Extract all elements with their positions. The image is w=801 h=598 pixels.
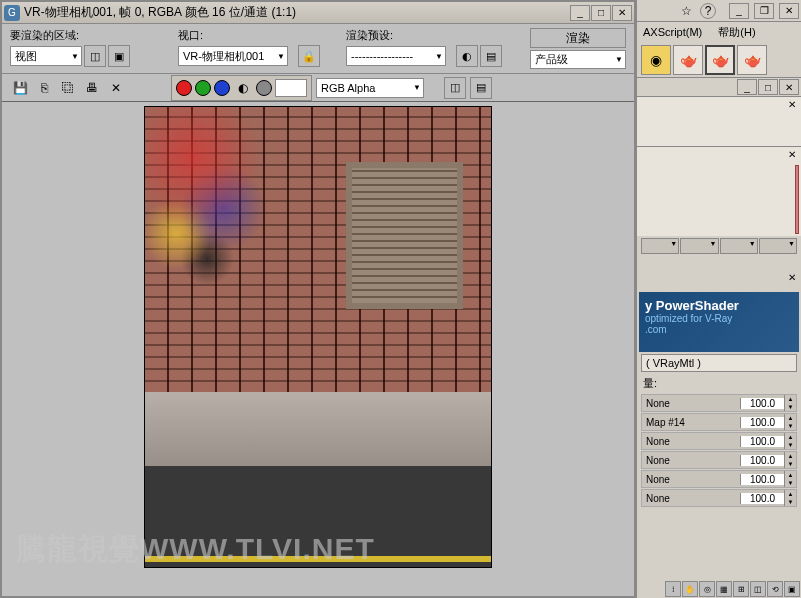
- app-icon: G: [4, 5, 20, 21]
- nav1-icon[interactable]: ◎: [699, 581, 715, 597]
- print-icon[interactable]: 🖶: [82, 78, 102, 98]
- preview-close-icon[interactable]: ✕: [785, 147, 799, 161]
- save-icon[interactable]: 💾: [10, 78, 30, 98]
- statusbar-icons: ⁞ ✋ ◎ ▦ ⊞ ◫ ⟲ ▣: [664, 580, 801, 598]
- shader-header-close-icon[interactable]: ✕: [785, 270, 799, 284]
- lock-icon[interactable]: 🔒: [298, 45, 320, 67]
- toggle-ui-icon[interactable]: ▤: [470, 77, 492, 99]
- nav2-icon[interactable]: ▦: [716, 581, 732, 597]
- map-name-1[interactable]: Map #14: [642, 417, 740, 428]
- menu-help[interactable]: 帮助(H): [718, 25, 755, 40]
- crop-icon[interactable]: ▣: [108, 45, 130, 67]
- panel-max-button[interactable]: □: [758, 79, 778, 95]
- material-name-field[interactable]: ( VRayMtl ): [641, 354, 797, 372]
- panel-close-button[interactable]: ✕: [779, 79, 799, 95]
- material-editor-panel: ☆ ? _ ❐ ✕ AXScript(M) 帮助(H) ◉ 🫖 🫖 🫖 _ □ …: [636, 0, 801, 598]
- map-name-0[interactable]: None: [642, 398, 740, 409]
- teapot2-icon[interactable]: 🫖: [705, 45, 735, 75]
- blue-channel-icon[interactable]: [214, 80, 230, 96]
- area-dropdown[interactable]: 视图: [10, 46, 82, 66]
- clear-icon[interactable]: ✕: [106, 78, 126, 98]
- menu-maxscript[interactable]: AXScript(M): [643, 26, 702, 38]
- spinner-2[interactable]: ▲▼: [784, 433, 796, 449]
- spinner-0[interactable]: ▲▼: [784, 395, 796, 411]
- map-name-4[interactable]: None: [642, 474, 740, 485]
- close-button[interactable]: ✕: [612, 5, 632, 21]
- mono-channel-icon[interactable]: [256, 80, 272, 96]
- map-val-0[interactable]: 100.0: [740, 398, 784, 409]
- mini-dropdown-2[interactable]: [680, 238, 718, 254]
- grip-icon[interactable]: ⁞: [665, 581, 681, 597]
- render-button[interactable]: 渲染: [530, 28, 626, 48]
- maximize-button[interactable]: □: [591, 5, 611, 21]
- panel-min-button[interactable]: _: [737, 79, 757, 95]
- quality-dropdown[interactable]: 产品级: [530, 50, 626, 69]
- help-icon[interactable]: ?: [700, 3, 716, 19]
- map-val-5[interactable]: 100.0: [740, 493, 784, 504]
- side-minimize-button[interactable]: _: [729, 3, 749, 19]
- toggle-overlay-icon[interactable]: ◫: [444, 77, 466, 99]
- teapot3-icon[interactable]: 🫖: [737, 45, 767, 75]
- preset-opt1-icon[interactable]: ◐: [456, 45, 478, 67]
- minimize-button[interactable]: _: [570, 5, 590, 21]
- map-row: None 100.0 ▲▼: [641, 489, 797, 507]
- side-restore-button[interactable]: ❐: [754, 3, 774, 19]
- scrollbar[interactable]: [795, 165, 799, 234]
- nav4-icon[interactable]: ◫: [750, 581, 766, 597]
- spinner-4[interactable]: ▲▼: [784, 471, 796, 487]
- clone-icon[interactable]: ⿻: [58, 78, 78, 98]
- road: [145, 466, 491, 567]
- spinner-3[interactable]: ▲▼: [784, 452, 796, 468]
- preset-dropdown[interactable]: -----------------: [346, 46, 446, 66]
- map-val-2[interactable]: 100.0: [740, 436, 784, 447]
- mini-dropdown-1[interactable]: [641, 238, 679, 254]
- map-name-5[interactable]: None: [642, 493, 740, 504]
- graffiti: [145, 107, 301, 360]
- preset-label: 渲染预设:: [346, 28, 504, 43]
- viewport-dropdown[interactable]: VR-物理相机001: [178, 46, 288, 66]
- map-row: None 100.0 ▲▼: [641, 394, 797, 412]
- side-close-button[interactable]: ✕: [779, 3, 799, 19]
- area-label: 要渲染的区域:: [10, 28, 170, 43]
- render-frame-window: G VR-物理相机001, 帧 0, RGBA 颜色 16 位/通道 (1:1)…: [0, 0, 636, 598]
- map-row: None 100.0 ▲▼: [641, 451, 797, 469]
- preset-opt2-icon[interactable]: ▤: [480, 45, 502, 67]
- vent-shutter: [346, 162, 464, 309]
- preview-slot-area[interactable]: ✕: [637, 146, 801, 236]
- rendered-image[interactable]: [144, 106, 492, 568]
- titlebar[interactable]: G VR-物理相机001, 帧 0, RGBA 颜色 16 位/通道 (1:1)…: [2, 2, 634, 24]
- alpha-channel-icon[interactable]: ◐: [233, 78, 253, 98]
- map-val-3[interactable]: 100.0: [740, 455, 784, 466]
- nav6-icon[interactable]: ▣: [784, 581, 800, 597]
- red-channel-icon[interactable]: [176, 80, 192, 96]
- region-icon[interactable]: ◫: [84, 45, 106, 67]
- side-menubar: AXScript(M) 帮助(H): [637, 22, 801, 42]
- sample-slot-area[interactable]: ✕: [637, 96, 801, 146]
- nav5-icon[interactable]: ⟲: [767, 581, 783, 597]
- render-controls: 要渲染的区域: 视图 ◫ ▣ 视口: VR-物理相机001 🔒 渲染预设: --…: [2, 24, 634, 74]
- teapot1-icon[interactable]: 🫖: [673, 45, 703, 75]
- sample-close-icon[interactable]: ✕: [785, 97, 799, 111]
- spinner-1[interactable]: ▲▼: [784, 414, 796, 430]
- mini-dropdown-3[interactable]: [720, 238, 758, 254]
- map-name-3[interactable]: None: [642, 455, 740, 466]
- shader-header: ✕: [637, 270, 801, 290]
- map-val-4[interactable]: 100.0: [740, 474, 784, 485]
- pshader-domain: .com: [645, 324, 793, 335]
- hand-icon[interactable]: ✋: [682, 581, 698, 597]
- green-channel-icon[interactable]: [195, 80, 211, 96]
- channel-dropdown[interactable]: RGB Alpha: [316, 78, 424, 98]
- mini-dropdown-4[interactable]: [759, 238, 797, 254]
- sidewalk: [145, 392, 491, 466]
- sample-sphere-icon[interactable]: ◉: [641, 45, 671, 75]
- bg-color-swatch[interactable]: [275, 79, 307, 97]
- pshader-title: y PowerShader: [645, 298, 793, 313]
- copy-icon[interactable]: ⎘: [34, 78, 54, 98]
- star-icon[interactable]: ☆: [676, 1, 696, 21]
- map-name-2[interactable]: None: [642, 436, 740, 447]
- map-row: Map #14 100.0 ▲▼: [641, 413, 797, 431]
- road-line: [145, 556, 491, 562]
- map-val-1[interactable]: 100.0: [740, 417, 784, 428]
- spinner-5[interactable]: ▲▼: [784, 490, 796, 506]
- nav3-icon[interactable]: ⊞: [733, 581, 749, 597]
